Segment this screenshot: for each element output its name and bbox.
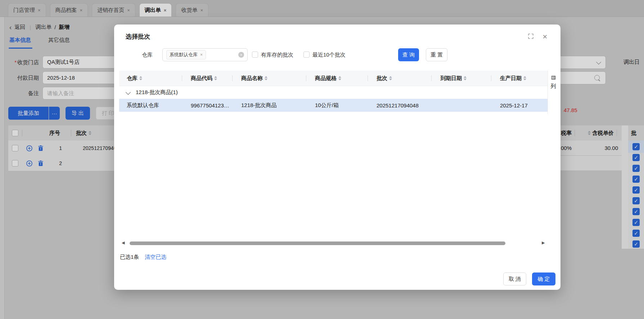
- column-divider: [306, 75, 306, 81]
- columns-label[interactable]: 列: [548, 83, 559, 90]
- sort-icon[interactable]: [214, 76, 217, 80]
- modal-title: 选择批次: [126, 32, 150, 41]
- cell-warehouse: 系统默认仓库: [127, 99, 159, 112]
- tag-label: 系统默认仓库: [170, 52, 198, 58]
- sort-icon[interactable]: [338, 76, 341, 80]
- sort-icon[interactable]: [265, 76, 267, 80]
- horizontal-scrollbar-thumb[interactable]: [130, 242, 505, 245]
- sort-icon[interactable]: [523, 76, 526, 80]
- batch-result-row[interactable]: 系统默认仓库 99677504123… 1218-批次商品 10公斤/箱 202…: [119, 99, 548, 112]
- recent-filter-checkbox[interactable]: [303, 52, 310, 58]
- header-code: 商品代码: [191, 71, 217, 86]
- selection-info: 已选1条 清空已选: [120, 254, 166, 261]
- header-spec: 商品规格: [315, 71, 341, 86]
- scroll-right-icon[interactable]: ▶: [542, 240, 545, 245]
- query-button[interactable]: 查 询: [398, 48, 419, 61]
- header-production: 生产日期: [500, 71, 526, 86]
- column-divider: [368, 75, 368, 81]
- scroll-left-icon[interactable]: ◀: [122, 240, 125, 245]
- column-settings-rail: 列: [548, 71, 559, 114]
- sort-icon[interactable]: [139, 76, 142, 80]
- confirm-button[interactable]: 确 定: [532, 273, 555, 285]
- clear-icon[interactable]: ×: [238, 52, 244, 58]
- cell-code: 99677504123…: [191, 99, 229, 112]
- header-batch: 批次: [377, 71, 392, 86]
- cell-spec: 10公斤/箱: [315, 99, 339, 112]
- clear-selection-link[interactable]: 清空已选: [145, 254, 166, 261]
- expand-icon[interactable]: [528, 33, 534, 40]
- group-row[interactable]: 1218-批次商品(1): [119, 86, 548, 99]
- app-screen: 门店管理 × 商品档案 × 进销存首页 × 调出单 × 收货单 × ‹ 返回 |…: [0, 0, 644, 319]
- warehouse-tag: 系统默认仓库 ×: [166, 50, 206, 59]
- chevron-down-icon[interactable]: [126, 90, 131, 95]
- header-expiry: 到期日期: [440, 71, 467, 86]
- header-name: 商品名称: [241, 71, 267, 86]
- column-divider: [491, 75, 491, 81]
- column-divider: [182, 75, 182, 81]
- selected-count: 已选1条: [120, 254, 139, 261]
- stock-filter-checkbox[interactable]: [252, 52, 258, 58]
- stock-filter-label: 有库存的批次: [261, 52, 293, 58]
- modal-table-header: 仓库 商品代码 商品名称 商品规格 批次 到期日期 生产日期: [119, 71, 548, 86]
- recent-filter-label: 最近10个批次: [312, 52, 346, 58]
- cell-batch: 20251217094048: [377, 99, 419, 112]
- reset-button[interactable]: 重 置: [426, 48, 447, 61]
- column-divider: [232, 75, 233, 81]
- columns-icon[interactable]: [551, 75, 556, 80]
- column-divider: [431, 75, 432, 81]
- sort-icon[interactable]: [464, 76, 467, 80]
- select-batch-modal: 选择批次 ✕ 仓库 系统默认仓库 × × 有库存的批次 最近10个批次 查 询 …: [114, 25, 560, 290]
- sort-icon[interactable]: [389, 76, 392, 80]
- tag-close-icon[interactable]: ×: [200, 52, 203, 57]
- header-warehouse: 仓库: [127, 71, 142, 86]
- warehouse-input[interactable]: 系统默认仓库 × ×: [162, 48, 248, 61]
- close-icon[interactable]: ✕: [542, 33, 548, 41]
- cell-name: 1218-批次商品: [241, 99, 276, 112]
- cancel-button[interactable]: 取 消: [503, 273, 526, 285]
- group-label: 1218-批次商品(1): [136, 89, 178, 96]
- cell-production: 2025-12-17: [500, 99, 528, 112]
- warehouse-label: 仓库: [142, 52, 153, 58]
